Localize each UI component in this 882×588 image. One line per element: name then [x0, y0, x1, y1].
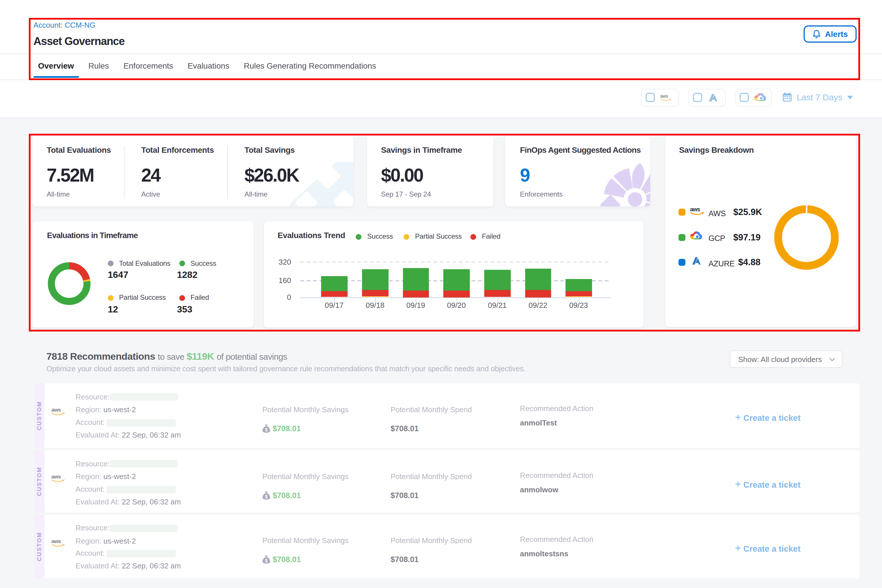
- svg-text:$: $: [265, 558, 268, 563]
- svg-text:$: $: [265, 427, 268, 432]
- svg-text:$: $: [265, 494, 268, 499]
